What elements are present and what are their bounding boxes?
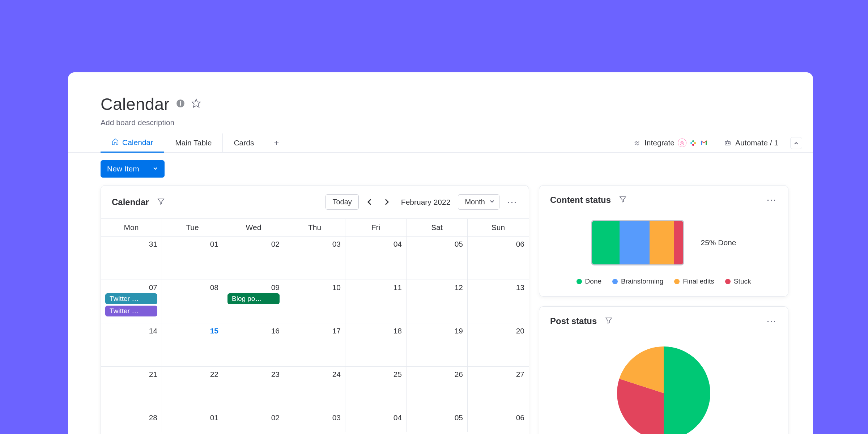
day-cell[interactable]: 18 bbox=[345, 323, 407, 366]
day-header: Tue bbox=[162, 219, 223, 236]
day-cell[interactable]: 04 bbox=[345, 237, 407, 280]
day-cell[interactable]: 21 bbox=[101, 367, 162, 410]
side-panels: Content status ⋯ 25% Done DoneBrainstorm… bbox=[539, 185, 788, 434]
day-cell[interactable]: 03 bbox=[284, 410, 345, 432]
day-number: 24 bbox=[289, 370, 341, 379]
tab-calendar[interactable]: Calendar bbox=[101, 133, 164, 153]
tab-cards[interactable]: Cards bbox=[223, 133, 265, 152]
day-number: 18 bbox=[350, 327, 402, 335]
pie-slice bbox=[664, 346, 710, 434]
battery-segment bbox=[650, 221, 674, 264]
new-item-chevron[interactable] bbox=[146, 160, 165, 178]
day-number: 12 bbox=[411, 283, 463, 292]
day-header: Thu bbox=[284, 219, 345, 236]
post-status-title: Post status bbox=[550, 316, 597, 326]
day-number: 21 bbox=[105, 370, 157, 379]
day-cell[interactable]: 05 bbox=[407, 237, 468, 280]
new-item-button[interactable]: New Item bbox=[101, 160, 165, 178]
filter-icon[interactable] bbox=[604, 316, 613, 326]
day-cell[interactable]: 02 bbox=[223, 410, 284, 432]
tab-label: Main Table bbox=[175, 139, 212, 147]
integration-icons: ◎ bbox=[678, 139, 708, 147]
post-status-more-button[interactable]: ⋯ bbox=[766, 315, 777, 327]
calendar-week: 31010203040506 bbox=[101, 237, 529, 280]
day-cell[interactable]: 09Blog po… bbox=[223, 280, 284, 323]
day-cell[interactable]: 04 bbox=[345, 410, 407, 432]
add-tab-button[interactable]: + bbox=[265, 133, 288, 152]
day-number: 02 bbox=[227, 413, 280, 422]
legend-item: Final edits bbox=[674, 277, 714, 285]
day-number: 03 bbox=[289, 413, 341, 422]
day-number: 07 bbox=[105, 283, 157, 292]
calendar-event[interactable]: Twitter … bbox=[105, 293, 157, 304]
tab-main-table[interactable]: Main Table bbox=[164, 133, 223, 152]
battery-segment bbox=[674, 221, 683, 264]
day-cell[interactable]: 08 bbox=[162, 280, 223, 323]
automate-button[interactable]: Automate / 1 bbox=[720, 139, 782, 147]
svg-point-11 bbox=[728, 143, 729, 144]
prev-month-button[interactable] bbox=[363, 196, 376, 209]
new-item-label: New Item bbox=[101, 160, 146, 178]
day-cell[interactable]: 02 bbox=[223, 237, 284, 280]
day-cell[interactable]: 15 bbox=[162, 323, 223, 366]
day-number: 31 bbox=[105, 240, 157, 248]
content-status-more-button[interactable]: ⋯ bbox=[766, 194, 777, 206]
day-cell[interactable]: 23 bbox=[223, 367, 284, 410]
filter-icon[interactable] bbox=[157, 197, 165, 207]
svg-rect-3 bbox=[690, 142, 692, 144]
calendar-controls: Today February 2022 Month ⋯ bbox=[173, 194, 518, 210]
day-cell[interactable]: 06 bbox=[468, 410, 529, 432]
battery-segment bbox=[592, 221, 620, 264]
day-number: 01 bbox=[166, 240, 218, 248]
next-month-button[interactable] bbox=[380, 196, 393, 209]
filter-icon[interactable] bbox=[618, 195, 627, 205]
day-cell[interactable]: 16 bbox=[223, 323, 284, 366]
app-window: Calendar i Add board description Calenda… bbox=[68, 72, 813, 434]
calendar-more-button[interactable]: ⋯ bbox=[507, 196, 518, 208]
collapse-button[interactable] bbox=[790, 137, 802, 149]
day-cell[interactable]: 14 bbox=[101, 323, 162, 366]
day-cell[interactable]: 22 bbox=[162, 367, 223, 410]
day-cell[interactable]: 11 bbox=[345, 280, 407, 323]
home-icon bbox=[111, 138, 119, 147]
day-cell[interactable]: 20 bbox=[468, 323, 529, 366]
day-number: 01 bbox=[166, 413, 218, 422]
day-cell[interactable]: 12 bbox=[407, 280, 468, 323]
day-cell[interactable]: 13 bbox=[468, 280, 529, 323]
day-cell[interactable]: 03 bbox=[284, 237, 345, 280]
day-cell[interactable]: 31 bbox=[101, 237, 162, 280]
day-cell[interactable]: 28 bbox=[101, 410, 162, 432]
day-number: 06 bbox=[472, 240, 524, 248]
day-cell[interactable]: 24 bbox=[284, 367, 345, 410]
day-cell[interactable]: 05 bbox=[407, 410, 468, 432]
day-cell[interactable]: 27 bbox=[468, 367, 529, 410]
day-number: 15 bbox=[166, 327, 218, 335]
legend-label: Stuck bbox=[734, 277, 751, 285]
day-cell[interactable]: 17 bbox=[284, 323, 345, 366]
day-cell[interactable]: 07Twitter …Twitter … bbox=[101, 280, 162, 323]
day-number: 13 bbox=[472, 283, 524, 292]
calendar-panel-title: Calendar bbox=[112, 197, 149, 207]
content-status-panel: Content status ⋯ 25% Done DoneBrainstorm… bbox=[539, 185, 788, 297]
day-cell[interactable]: 10 bbox=[284, 280, 345, 323]
day-number: 02 bbox=[227, 240, 280, 248]
calendar-event[interactable]: Twitter … bbox=[105, 306, 157, 316]
star-icon[interactable] bbox=[191, 98, 201, 110]
integrate-button[interactable]: Integrate ◎ bbox=[629, 139, 711, 147]
calendar-event[interactable]: Blog po… bbox=[227, 293, 280, 304]
today-button[interactable]: Today bbox=[326, 194, 358, 210]
legend-label: Brainstorming bbox=[621, 277, 663, 285]
day-cell[interactable]: 01 bbox=[162, 410, 223, 432]
chevron-up-icon bbox=[793, 140, 799, 146]
day-cell[interactable]: 01 bbox=[162, 237, 223, 280]
day-number: 26 bbox=[411, 370, 463, 379]
day-cell[interactable]: 26 bbox=[407, 367, 468, 410]
day-cell[interactable]: 19 bbox=[407, 323, 468, 366]
view-select[interactable]: Month bbox=[458, 194, 499, 210]
board-description[interactable]: Add board description bbox=[68, 116, 813, 133]
calendar-panel: Calendar Today February 2022 Month bbox=[101, 185, 529, 434]
info-icon[interactable]: i bbox=[176, 99, 185, 109]
day-cell[interactable]: 25 bbox=[345, 367, 407, 410]
calendar-week: 21222324252627 bbox=[101, 367, 529, 410]
day-cell[interactable]: 06 bbox=[468, 237, 529, 280]
